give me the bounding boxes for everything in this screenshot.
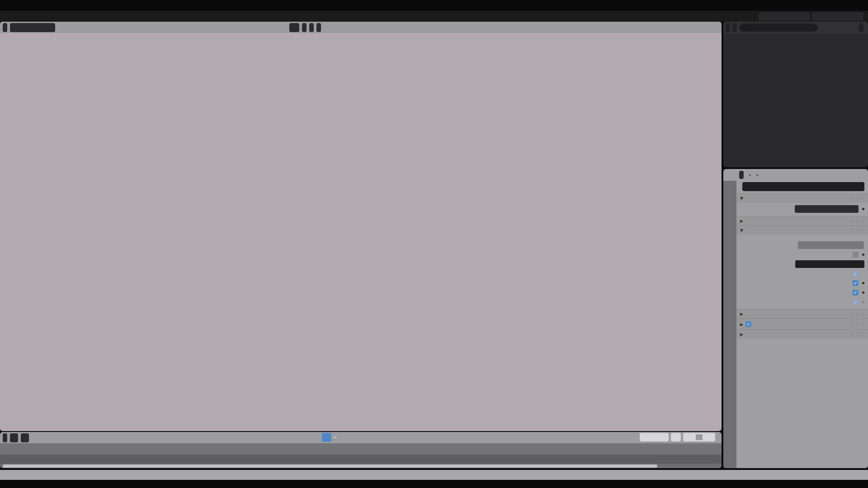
topbar-right — [759, 12, 868, 21]
transport-buttons — [334, 437, 336, 438]
panel-drag-grip[interactable]: ⋮⋮⋮ — [851, 312, 864, 316]
panel-inverse-kinematics-header[interactable]: ▶ ⋮⋮⋮ — [736, 309, 868, 319]
timeline-ruler[interactable] — [0, 443, 722, 455]
panel-viewport-display-header[interactable]: ▶ ⋮⋮⋮ — [736, 329, 868, 339]
animate-dot[interactable] — [862, 291, 864, 294]
bone-group-row — [736, 259, 868, 269]
outliner-header — [723, 22, 868, 33]
connected-row: ✓ — [736, 269, 868, 278]
rotation-mode-dropdown[interactable] — [795, 205, 859, 213]
properties-content: ▸ ▸ ▼ ⋮⋮⋮ — [736, 169, 868, 468]
timeline-right-controls — [640, 433, 715, 441]
timeline-header — [0, 432, 722, 443]
outliner-filter-button[interactable] — [859, 23, 863, 32]
local-location-checkbox: ✓ — [853, 299, 859, 305]
viewport-editor — [0, 22, 722, 431]
breadcrumb: ▸ ▸ — [736, 169, 868, 181]
panel-drag-grip[interactable]: ⋮⋮⋮ — [851, 219, 864, 223]
panel-open-icon: ▼ — [740, 196, 743, 201]
rotation-mode-row — [736, 205, 868, 213]
deform-checkbox[interactable]: ✓ — [745, 321, 751, 327]
panel-closed-icon: ▶ — [740, 332, 743, 337]
viewport-canvas[interactable] — [0, 33, 722, 431]
transport-controls — [322, 433, 336, 442]
bone-group-dropdown[interactable] — [795, 260, 864, 268]
animate-dot — [862, 301, 864, 303]
animate-dot[interactable] — [862, 208, 864, 210]
connected-checkbox: ✓ — [853, 271, 859, 277]
divider — [696, 434, 703, 440]
auto-keying-button[interactable] — [322, 433, 331, 442]
viewport-header-center — [289, 23, 321, 32]
outliner-search-input[interactable] — [739, 23, 818, 32]
breadcrumb-arrow-icon: ▸ — [757, 173, 759, 177]
inherit-rotation-row: ✓ — [736, 278, 868, 288]
bone-name-input[interactable] — [742, 182, 864, 191]
panel-drag-grip[interactable]: ⋮⋮⋮ — [851, 228, 864, 233]
blender-window: ▸ ▸ ▼ ⋮⋮⋮ — [0, 0, 868, 488]
panel-drag-grip[interactable]: ⋮⋮⋮ — [851, 332, 864, 337]
animate-dot[interactable] — [862, 253, 864, 256]
panel-drag-grip[interactable]: ⋮⋮⋮ — [851, 196, 864, 201]
scene-selector[interactable] — [759, 12, 810, 21]
local-location-row: ✓ — [736, 297, 868, 307]
animate-dot[interactable] — [862, 282, 864, 284]
relative-parenting-row — [736, 250, 868, 259]
mode-selector[interactable] — [10, 23, 55, 32]
panel-closed-icon: ▶ — [740, 322, 743, 327]
current-frame-field[interactable] — [640, 433, 669, 441]
breadcrumb-arrow-icon: ▸ — [749, 173, 751, 177]
editor-type-button[interactable] — [3, 23, 7, 32]
view-layer-selector[interactable] — [812, 12, 863, 21]
snap-button[interactable] — [309, 23, 314, 32]
properties-editor-type-button[interactable] — [739, 171, 744, 179]
outliner-editor — [723, 22, 868, 167]
panel-closed-icon: ▶ — [740, 219, 743, 223]
outliner-display-mode-button[interactable] — [732, 23, 737, 32]
orientation-selector[interactable] — [289, 23, 299, 32]
timeline-scrollbar[interactable] — [0, 464, 722, 468]
playback-menu[interactable] — [10, 433, 18, 442]
parent-row — [736, 240, 868, 250]
panel-closed-icon: ▶ — [740, 312, 743, 316]
panel-bendy-bones-header[interactable]: ▶ ⋮⋮⋮ — [736, 216, 868, 225]
bone-layers-grid[interactable] — [736, 235, 868, 240]
panel-transform-header[interactable]: ▼ ⋮⋮⋮ — [736, 193, 868, 203]
pivot-point-button[interactable] — [302, 23, 307, 32]
timeline-tracks[interactable] — [0, 455, 722, 464]
parent-field[interactable] — [798, 241, 864, 249]
outliner-editor-type-button[interactable] — [726, 23, 730, 32]
topbar — [0, 11, 868, 22]
keying-menu[interactable] — [21, 433, 29, 442]
frame-range-fields[interactable] — [683, 433, 715, 441]
viewport-header — [0, 22, 722, 33]
bone-name-row — [736, 181, 868, 193]
properties-editor: ▸ ▸ ▼ ⋮⋮⋮ — [723, 169, 868, 468]
inherit-scale-checkbox[interactable]: ✓ — [853, 290, 859, 296]
panel-deform-header[interactable]: ▶ ✓ ⋮⋮⋮ — [736, 319, 868, 329]
inherit-scale-row: ✓ — [736, 288, 868, 297]
use-preview-range-button[interactable] — [671, 433, 681, 441]
proportional-edit-button[interactable] — [316, 23, 321, 32]
panel-open-icon: ▼ — [740, 228, 743, 233]
properties-tab-strip — [723, 181, 736, 468]
status-bar — [0, 470, 868, 480]
scrollbar-thumb[interactable] — [3, 465, 657, 468]
timeline-editor — [0, 432, 722, 468]
relative-parenting-checkbox[interactable] — [853, 252, 859, 258]
timeline-editor-type-button[interactable] — [3, 433, 7, 442]
inherit-rotation-checkbox[interactable]: ✓ — [853, 280, 859, 286]
panel-drag-grip[interactable]: ⋮⋮⋮ — [851, 322, 864, 327]
panel-relations-header[interactable]: ▼ ⋮⋮⋮ — [736, 225, 868, 235]
